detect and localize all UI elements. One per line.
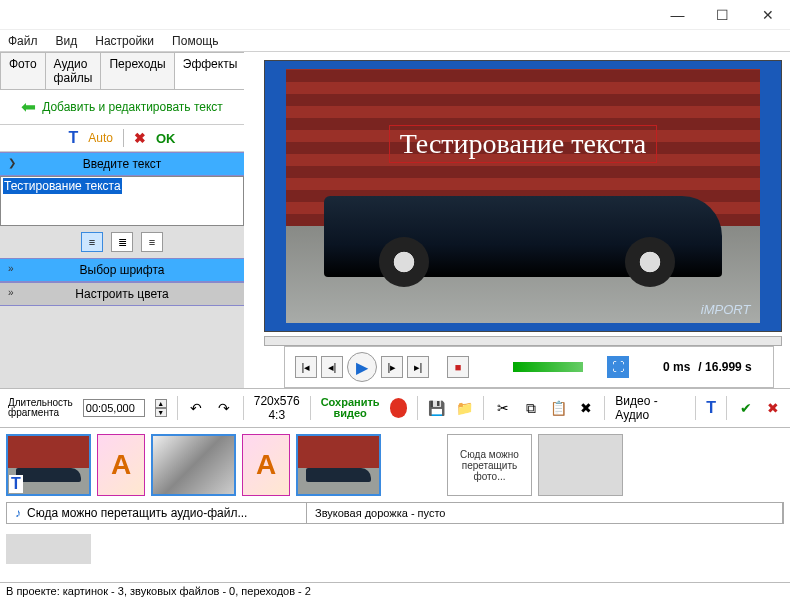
transition-1[interactable]: A — [97, 434, 145, 496]
apply-button[interactable]: ✔ — [737, 398, 755, 418]
titlebar: — ☐ ✕ — [0, 0, 790, 30]
tab-photo[interactable]: Фото — [0, 52, 45, 89]
audio-track-status[interactable]: Звуковая дорожка - пусто — [307, 503, 783, 523]
play-button[interactable]: ▶ — [347, 352, 377, 382]
text-input[interactable]: Тестирование текста — [0, 176, 244, 226]
text-toolbar: T Auto ✖ OK — [0, 124, 244, 152]
goto-start-button[interactable]: |◂ — [295, 356, 317, 378]
cancel-button[interactable]: ✖ — [134, 130, 146, 146]
section-enter-text-label: Введите текст — [83, 157, 162, 171]
rotate-left-button[interactable]: ↶ — [188, 398, 206, 418]
delete-button[interactable]: ✖ — [577, 398, 595, 418]
duration-label: Длительность фрагмента — [8, 398, 73, 418]
tab-audio[interactable]: Аудио файлы — [45, 52, 101, 89]
menu-view[interactable]: Вид — [56, 34, 78, 48]
timeline[interactable]: T A A Сюда можно перетащить фото... — [0, 428, 790, 502]
empty-thumbnail[interactable] — [6, 534, 91, 564]
maximize-button[interactable]: ☐ — [700, 0, 745, 30]
section-font-label: Выбор шрифта — [80, 263, 165, 277]
next-frame-button[interactable]: |▸ — [381, 356, 403, 378]
align-left-button[interactable]: ≡ — [81, 232, 103, 252]
transition-2[interactable]: A — [242, 434, 290, 496]
clip-2[interactable] — [151, 434, 236, 496]
text-input-value: Тестирование текста — [3, 178, 122, 194]
duration-input[interactable] — [83, 399, 145, 417]
tab-transitions[interactable]: Переходы — [100, 52, 173, 89]
drop-audio-slot[interactable]: ♪ Сюда можно перетащить аудио-файл... — [7, 503, 307, 523]
expand-icon: » — [8, 287, 14, 298]
expand-icon: » — [8, 263, 14, 274]
drop-photo-slot[interactable]: Сюда можно перетащить фото... — [447, 434, 532, 496]
time-current: 0 ms — [663, 360, 690, 374]
music-note-icon: ♪ — [15, 506, 21, 520]
text-tool-icon[interactable]: T — [69, 129, 79, 147]
video-audio-label: Видео - Аудио — [615, 394, 685, 422]
wheel-icon — [625, 237, 675, 287]
align-center-button[interactable]: ≣ — [111, 232, 133, 252]
reject-button[interactable]: ✖ — [764, 398, 782, 418]
minimize-button[interactable]: — — [655, 0, 700, 30]
section-colors[interactable]: » Настроить цвета — [0, 282, 244, 306]
text-badge-icon: T — [9, 475, 23, 493]
sidebar-tabs: Фото Аудио файлы Переходы Эффекты — [0, 52, 244, 90]
menu-settings[interactable]: Настройки — [95, 34, 154, 48]
section-enter-text[interactable]: ❯ Введите текст — [0, 152, 244, 176]
collapse-icon: ❯ — [8, 157, 16, 168]
ok-button[interactable]: OK — [156, 131, 176, 146]
sidebar: Фото Аудио файлы Переходы Эффекты ⬅ Доба… — [0, 52, 244, 388]
status-bar: В проекте: картинок - 3, звуковых файлов… — [0, 582, 790, 600]
tab-effects[interactable]: Эффекты — [174, 52, 247, 89]
rotate-right-button[interactable]: ↷ — [215, 398, 233, 418]
record-button[interactable] — [390, 398, 408, 418]
save-video-button[interactable]: Сохранить видео — [321, 397, 380, 419]
playback-controls: |◂ ◂| ▶ |▸ ▸| ■ ⛶ 0 ms / 16.999 s — [284, 346, 774, 388]
section-font[interactable]: » Выбор шрифта — [0, 258, 244, 282]
controls-wrap: |◂ ◂| ▶ |▸ ▸| ■ ⛶ 0 ms / 16.999 s — [264, 336, 782, 388]
align-row: ≡ ≣ ≡ — [0, 226, 244, 258]
paste-button[interactable]: 📋 — [549, 398, 567, 418]
menubar: Файл Вид Настройки Помощь — [0, 30, 790, 52]
resolution-label: 720x5764:3 — [254, 394, 300, 422]
back-arrow-icon[interactable]: ⬅ — [21, 96, 36, 118]
copy-button[interactable]: ⧉ — [522, 398, 540, 418]
stop-button[interactable]: ■ — [447, 356, 469, 378]
clip-3[interactable] — [296, 434, 381, 496]
menu-help[interactable]: Помощь — [172, 34, 218, 48]
close-button[interactable]: ✕ — [745, 0, 790, 30]
watermark: iMPORT — [701, 302, 751, 317]
cut-button[interactable]: ✂ — [494, 398, 512, 418]
time-total: / 16.999 s — [698, 360, 751, 374]
auto-button[interactable]: Auto — [88, 131, 113, 145]
text-overlay[interactable]: Тестирование текста — [389, 125, 658, 163]
car — [324, 196, 723, 277]
save-icon[interactable]: 💾 — [428, 398, 446, 418]
text-effect-button[interactable]: T — [706, 399, 716, 417]
duration-spinner[interactable]: ▲▼ — [155, 399, 167, 417]
preview-canvas[interactable]: Тестирование текста iMPORT — [264, 60, 782, 332]
audio-track-row: ♪ Сюда можно перетащить аудио-файл... Зв… — [6, 502, 784, 524]
volume-slider[interactable] — [513, 362, 583, 372]
prev-frame-button[interactable]: ◂| — [321, 356, 343, 378]
section-colors-label: Настроить цвета — [75, 287, 168, 301]
open-icon[interactable]: 📁 — [456, 398, 474, 418]
goto-end-button[interactable]: ▸| — [407, 356, 429, 378]
drop-audio-label: Сюда можно перетащить аудио-файл... — [27, 506, 247, 520]
empty-slot[interactable] — [538, 434, 623, 496]
options-bar: Длительность фрагмента ▲▼ ↶ ↷ 720x5764:3… — [0, 388, 790, 428]
text-input-wrap: Тестирование текста — [0, 176, 244, 226]
menu-file[interactable]: Файл — [8, 34, 38, 48]
fullscreen-button[interactable]: ⛶ — [607, 356, 629, 378]
seekbar[interactable] — [264, 336, 782, 346]
preview-area: Тестирование текста iMPORT |◂ ◂| ▶ |▸ ▸|… — [244, 52, 790, 388]
preview-photo: Тестирование текста iMPORT — [286, 69, 761, 323]
panel-title: Добавить и редактировать текст — [42, 100, 223, 114]
divider — [123, 129, 124, 147]
clip-1[interactable]: T — [6, 434, 91, 496]
align-right-button[interactable]: ≡ — [141, 232, 163, 252]
panel-title-row: ⬅ Добавить и редактировать текст — [0, 90, 244, 124]
